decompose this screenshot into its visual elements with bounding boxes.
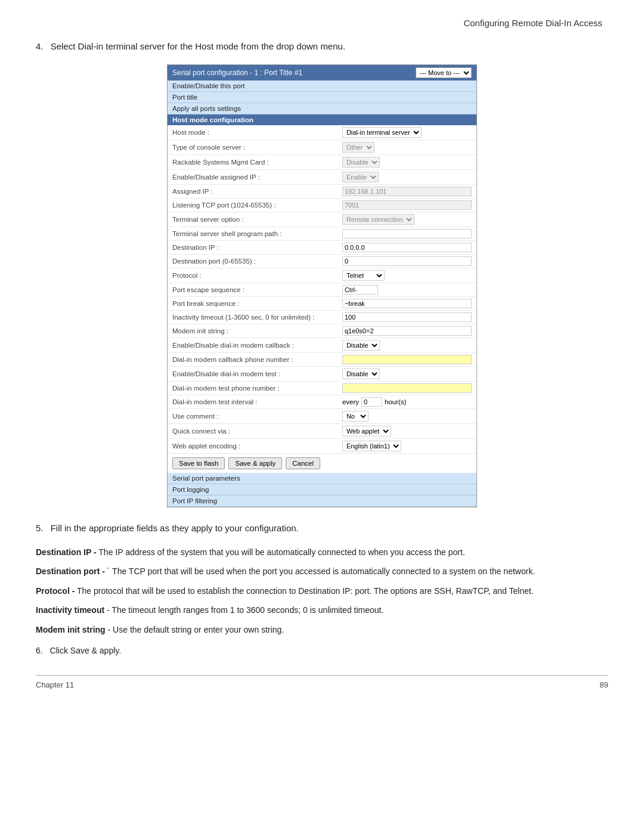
field-label: Enable/Disable dial-in modem test : [168, 366, 338, 381]
table-row: Enable/Disable dial-in modem callback : … [168, 337, 476, 352]
assigned-ip-toggle-select[interactable]: Enable [342, 172, 379, 182]
field-label: Protocol : [168, 268, 338, 283]
console-server-type-select[interactable]: Other [342, 142, 374, 153]
table-row: Assigned IP : [168, 184, 476, 198]
config-panel: Serial port configuration - 1 : Port Tit… [167, 64, 477, 507]
field-label: Terminal server shell program path : [168, 227, 338, 240]
step4-text: 4. Select Dial-in terminal server for th… [36, 40, 608, 54]
field-label: Port break sequence : [168, 296, 338, 310]
hours-label: hour(s) [385, 398, 406, 405]
table-row: Listening TCP port (1024-65535) : [168, 198, 476, 212]
field-label: Dial-in modem callback phone number : [168, 352, 338, 366]
table-row: Type of console server : Other [168, 140, 476, 154]
desc-inactivity-timeout: Inactivity timeout - The timeout length … [36, 603, 608, 617]
host-mode-select[interactable]: Dial-in terminal server [342, 127, 422, 138]
table-row: Dial-in modem callback phone number : [168, 352, 476, 366]
inactivity-timeout-input[interactable] [342, 312, 472, 322]
field-label: Web applet encoding : [168, 438, 338, 453]
destination-ip-input[interactable] [342, 243, 472, 252]
rackable-mgmt-select[interactable]: Disable [342, 157, 380, 168]
table-row: Dial-in modem test phone number : [168, 381, 476, 395]
move-to-select[interactable]: --- Move to --- [416, 67, 472, 78]
field-label: Rackable Systems Mgmt Card : [168, 154, 338, 169]
page-header: Configuring Remote Dial-In Access [36, 18, 608, 28]
field-label: Assigned IP : [168, 184, 338, 198]
terminal-server-option-select[interactable]: Remote connection [342, 214, 414, 225]
tcp-port-input[interactable] [342, 200, 472, 210]
quick-connect-select[interactable]: Web applet [342, 426, 391, 436]
field-label: Terminal server option : [168, 212, 338, 227]
table-row: Modem init string : [168, 324, 476, 337]
table-row: Destination port (0-65535) : [168, 254, 476, 268]
test-interval-input[interactable] [361, 397, 382, 407]
field-label: Listening TCP port (1024-65535) : [168, 198, 338, 212]
port-escape-input[interactable] [342, 285, 378, 295]
nav-apply-all-ports[interactable]: Apply all ports settings [168, 103, 476, 114]
nav-port-logging[interactable]: Port logging [168, 484, 476, 496]
table-row: Port escape sequence : [168, 283, 476, 296]
table-row: Terminal server shell program path : [168, 227, 476, 240]
every-label: every [342, 398, 359, 405]
field-label: Use comment : [168, 408, 338, 423]
table-row: Terminal server option : Remote connecti… [168, 212, 476, 227]
config-panel-title: Serial port configuration - 1 : Port Tit… [172, 69, 302, 77]
field-label: Host mode : [168, 125, 338, 140]
field-label: Dial-in modem test interval : [168, 395, 338, 408]
table-row: Quick connect via : Web applet [168, 423, 476, 438]
dialin-callback-select[interactable]: DisableEnable [342, 340, 380, 351]
cancel-button[interactable]: Cancel [286, 457, 320, 469]
assigned-ip-input[interactable] [342, 187, 472, 196]
field-label: Destination port (0-65535) : [168, 254, 338, 268]
nav-port-ip-filtering[interactable]: Port IP filtering [168, 496, 476, 507]
table-row: Use comment : NoYes [168, 408, 476, 423]
nav-enable-disable[interactable]: Enable/Disable this port [168, 80, 476, 92]
table-row: Destination IP : [168, 240, 476, 254]
shell-program-path-input[interactable] [342, 229, 472, 239]
port-break-input[interactable] [342, 299, 472, 308]
desc-destination-ip: Destination IP - The IP address of the s… [36, 546, 608, 559]
field-label: Inactivity timeout (1-3600 sec, 0 for un… [168, 310, 338, 324]
modem-init-string-input[interactable] [342, 326, 472, 336]
destination-port-input[interactable] [342, 256, 472, 266]
table-row: Web applet encoding : English (latin1) [168, 438, 476, 453]
field-label: Enable/Disable assigned IP : [168, 169, 338, 184]
button-row: Save to flash Save & apply Cancel [168, 454, 476, 473]
table-row: Dial-in modem test interval : every hour… [168, 395, 476, 408]
table-row: Port break sequence : [168, 296, 476, 310]
callback-phone-input[interactable] [342, 355, 472, 364]
test-interval-group: every hour(s) [342, 397, 472, 407]
page-footer: Chapter 11 89 [36, 675, 608, 689]
config-form-table: Host mode : Dial-in terminal server Type… [168, 125, 476, 454]
desc-destination-port: Destination port - ´ The TCP port that w… [36, 565, 608, 578]
descriptions-block: Destination IP - The IP address of the s… [36, 546, 608, 636]
table-row: Inactivity timeout (1-3600 sec, 0 for un… [168, 310, 476, 324]
step5-text: 5. Fill in the appropriate fields as the… [36, 522, 608, 535]
page-title: Configuring Remote Dial-In Access [463, 18, 602, 28]
field-label: Enable/Disable dial-in modem callback : [168, 337, 338, 352]
save-to-flash-button[interactable]: Save to flash [172, 457, 225, 469]
desc-protocol: Protocol - The protocol that will be use… [36, 584, 608, 597]
field-label: Modem init string : [168, 324, 338, 337]
field-label: Quick connect via : [168, 423, 338, 438]
step6-text: 6. Click Save & apply. [36, 645, 608, 657]
footer-chapter: Chapter 11 [36, 680, 74, 689]
footer-page-number: 89 [600, 680, 608, 689]
use-comment-select[interactable]: NoYes [342, 411, 369, 422]
table-row: Enable/Disable dial-in modem test : Disa… [168, 366, 476, 381]
section-header-host-mode: Host mode configuration [168, 114, 476, 125]
table-row: Rackable Systems Mgmt Card : Disable [168, 154, 476, 169]
nav-port-title[interactable]: Port title [168, 92, 476, 103]
protocol-select[interactable]: TelnetSSHRawTCP [342, 270, 385, 281]
table-row: Enable/Disable assigned IP : Enable [168, 169, 476, 184]
field-label: Port escape sequence : [168, 283, 338, 296]
save-apply-button[interactable]: Save & apply [228, 457, 282, 469]
web-applet-encoding-select[interactable]: English (latin1) [342, 441, 401, 451]
table-row: Host mode : Dial-in terminal server [168, 125, 476, 140]
field-label: Type of console server : [168, 140, 338, 154]
config-title-bar: Serial port configuration - 1 : Port Tit… [168, 65, 476, 80]
desc-modem-init-string: Modem init string - Use the default stri… [36, 623, 608, 636]
dialin-test-select[interactable]: DisableEnable [342, 368, 380, 379]
nav-serial-port-params[interactable]: Serial port parameters [168, 473, 476, 484]
field-label: Destination IP : [168, 240, 338, 254]
test-phone-input[interactable] [342, 383, 472, 393]
